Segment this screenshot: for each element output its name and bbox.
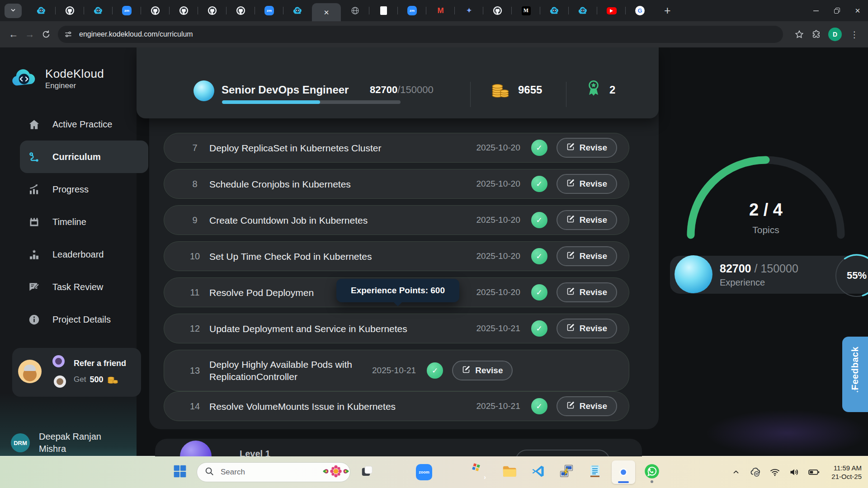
- zoom-favicon: zm: [264, 5, 275, 16]
- tab-github[interactable]: [170, 0, 198, 21]
- tab-zoom[interactable]: zm: [255, 0, 283, 21]
- new-tab-button[interactable]: +: [664, 5, 671, 16]
- revise-button[interactable]: Revise: [557, 396, 617, 416]
- taskbar-app-terminal[interactable]: ›: [469, 460, 493, 484]
- tab-page[interactable]: [369, 0, 398, 21]
- revise-button[interactable]: Revise: [557, 282, 617, 302]
- taskbar-app-taskview[interactable]: [355, 460, 379, 484]
- back-button[interactable]: ←: [5, 26, 22, 42]
- tab-gmail[interactable]: M: [426, 0, 455, 21]
- revise-label: Revise: [475, 366, 503, 375]
- address-bar[interactable]: engineer.kodekloud.com/curriculum: [58, 26, 783, 43]
- tab-search-button[interactable]: [5, 4, 22, 18]
- tab-github[interactable]: [483, 0, 512, 21]
- task-title: Create Countdown Job in Kubernetes: [209, 214, 476, 226]
- revise-button[interactable]: Revise: [557, 138, 617, 158]
- tray-volume-icon[interactable]: [788, 466, 801, 479]
- browser-profile-avatar[interactable]: D: [828, 28, 842, 41]
- tab-github[interactable]: [141, 0, 170, 21]
- task-date: 2025-10-21: [476, 401, 520, 411]
- tray-wifi-icon[interactable]: [769, 466, 781, 479]
- tab-zoom[interactable]: zm: [113, 0, 141, 21]
- tab-github[interactable]: [56, 0, 84, 21]
- task-row[interactable]: 7Deploy ReplicaSet in Kubernetes Cluster…: [164, 133, 629, 163]
- browser-menu-icon[interactable]: ⋮: [846, 26, 863, 42]
- task-date: 2025-10-21: [476, 324, 520, 333]
- explorer-icon: [501, 463, 518, 481]
- taskbar-app-zoom-app[interactable]: zoom: [412, 460, 436, 484]
- tab-medium[interactable]: M: [512, 0, 540, 21]
- putty-icon: [559, 464, 574, 481]
- start-button[interactable]: [168, 460, 192, 484]
- revise-button[interactable]: Revise: [557, 210, 617, 230]
- search-input[interactable]: [220, 467, 321, 477]
- taskbar-clock[interactable]: 11:59 AM 21-Oct-25: [831, 464, 862, 481]
- restore-button[interactable]: [826, 0, 847, 21]
- task-title: Deploy ReplicaSet in Kubernetes Cluster: [209, 142, 476, 154]
- tab-kodekloud[interactable]: [27, 0, 56, 21]
- minimize-button[interactable]: [806, 0, 826, 21]
- tab-gemini[interactable]: ✦: [455, 0, 483, 21]
- tab-active[interactable]: ✕: [312, 3, 341, 21]
- task-title: Update Deployment and Service in Kuberne…: [209, 323, 476, 335]
- task-row[interactable]: 8Schedule Cronjobs in Kubernetes2025-10-…: [164, 169, 629, 199]
- taskbar-app-whatsapp[interactable]: [640, 460, 664, 484]
- medal-count: 2: [609, 84, 615, 96]
- extensions-icon[interactable]: [807, 26, 824, 42]
- forward-button[interactable]: →: [22, 26, 38, 42]
- taskbar-app-explorer[interactable]: [498, 460, 521, 484]
- tab-kodekloud[interactable]: [540, 0, 569, 21]
- task-date: 2025-10-20: [476, 251, 520, 261]
- vscode-icon: [531, 464, 545, 480]
- taskbar-app-copilot[interactable]: [384, 460, 407, 484]
- task-row[interactable]: 14Resolve VolumeMounts Issue in Kubernet…: [164, 391, 629, 421]
- bookmark-star-icon[interactable]: [791, 26, 807, 42]
- site-settings-icon[interactable]: [61, 28, 75, 41]
- user-profile[interactable]: DRM Deepak Ranjan Mishra: [11, 431, 116, 455]
- taskbar-search[interactable]: [197, 462, 350, 482]
- feedback-button[interactable]: Feedback: [842, 337, 868, 412]
- youtube-favicon: [606, 5, 617, 16]
- tab-kodekloud[interactable]: [283, 0, 312, 21]
- taskbar-app-edge[interactable]: [441, 460, 464, 484]
- revise-button[interactable]: Revise: [557, 246, 617, 266]
- tray-onedrive-icon[interactable]: [749, 466, 762, 479]
- experience-divider: /: [751, 262, 761, 275]
- tray-chevron-up-icon[interactable]: [730, 466, 742, 479]
- reload-button[interactable]: [38, 26, 54, 42]
- tab-zoom[interactable]: zm: [398, 0, 426, 21]
- close-button[interactable]: ✕: [847, 0, 868, 21]
- tab-google[interactable]: G: [626, 0, 654, 21]
- github-favicon: [207, 5, 218, 16]
- taskbar-app-notepad[interactable]: [583, 460, 607, 484]
- browser-tab-strip: zmzm✕zmM✦MG + ✕: [0, 0, 868, 21]
- role-title: Senior DevOps Engineer: [222, 84, 349, 96]
- taskbar-app-vscode[interactable]: [526, 460, 550, 484]
- taskbar-app-chrome[interactable]: [612, 460, 635, 484]
- rangoli-decoration-icon: [321, 465, 350, 480]
- revise-button[interactable]: Revise: [452, 361, 513, 380]
- tab-kodekloud[interactable]: [84, 0, 113, 21]
- tray-battery-icon[interactable]: [807, 466, 820, 479]
- level-action-button[interactable]: [515, 450, 610, 456]
- experience-avatar: [675, 255, 712, 293]
- tab-close-icon[interactable]: ✕: [324, 9, 330, 16]
- task-row[interactable]: 12Update Deployment and Service in Kuber…: [164, 314, 629, 343]
- completed-check-icon: ✓: [531, 248, 547, 264]
- task-row[interactable]: 10Set Up Time Check Pod in Kubernetes202…: [164, 241, 629, 271]
- tab-github[interactable]: [198, 0, 226, 21]
- revise-button[interactable]: Revise: [557, 174, 617, 194]
- tab-youtube[interactable]: [597, 0, 626, 21]
- taskbar-app-putty[interactable]: [555, 460, 578, 484]
- revise-button[interactable]: Revise: [557, 319, 617, 338]
- tab-kodekloud[interactable]: [569, 0, 597, 21]
- tab-globe[interactable]: [341, 0, 369, 21]
- medal-icon: [585, 79, 603, 99]
- task-number: 13: [187, 366, 203, 376]
- tab-github[interactable]: [226, 0, 255, 21]
- task-number: 12: [187, 324, 203, 334]
- edit-icon: [566, 251, 575, 262]
- task-row[interactable]: 9Create Countdown Job in Kubernetes2025-…: [164, 205, 629, 235]
- task-row[interactable]: 13Deploy Highly Available Pods with Repl…: [164, 350, 629, 391]
- task-number: 8: [187, 179, 203, 189]
